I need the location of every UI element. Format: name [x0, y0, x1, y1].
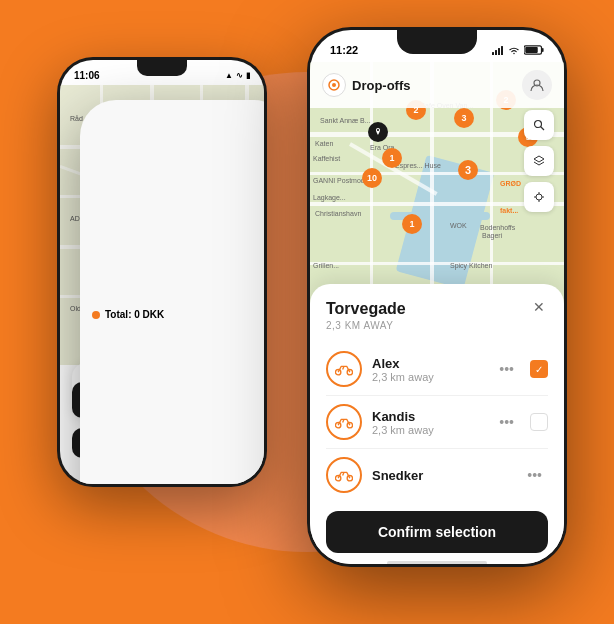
list-item-alex: Alex 2,3 km away ••• ✓: [326, 343, 548, 396]
bottom-panel: ✕ Torvegade 2,3 KM AWAY Alex: [310, 284, 564, 564]
confirm-label: Confirm selection: [378, 524, 496, 540]
status-dot: [92, 311, 100, 319]
map-text-6: Espres... Huse: [395, 162, 441, 169]
svg-point-14: [536, 194, 542, 200]
map-text-9: Christianshavn: [315, 210, 361, 217]
pin-3-big: 3: [458, 160, 478, 180]
pin-3-top: 3: [454, 108, 474, 128]
svg-line-13: [541, 127, 545, 131]
layers-icon: [533, 155, 545, 167]
close-button[interactable]: ✕: [528, 296, 550, 318]
map-text-3: Katen: [315, 140, 333, 147]
svg-point-22: [347, 422, 352, 427]
front-home-indicator: [326, 561, 548, 564]
layers-control[interactable]: [524, 146, 554, 176]
bike-svg-snedker: [335, 468, 353, 482]
map-label-1: Råd: [70, 115, 83, 122]
bike-avatar-snedker: [326, 457, 362, 493]
map-text-5: Kaffehist: [313, 155, 340, 162]
user-icon: [530, 78, 544, 92]
list-item-snedker: Snedker •••: [326, 449, 548, 501]
map-text-13: Grillen...: [313, 262, 339, 269]
svg-point-20: [347, 369, 352, 374]
map-text-1: Sankt Annæ B...: [320, 117, 371, 124]
kandis-more-button[interactable]: •••: [493, 412, 520, 432]
bike-svg-kandis: [335, 415, 353, 429]
signal-icon: [492, 45, 504, 55]
total-label: Total: 0 DKK: [105, 309, 164, 320]
svg-point-19: [335, 369, 340, 374]
snedker-name: Snedker: [372, 468, 511, 483]
svg-point-10: [332, 83, 336, 87]
alex-checkbox[interactable]: ✓: [530, 360, 548, 378]
location-control[interactable]: [524, 182, 554, 212]
confirm-selection-button[interactable]: Confirm selection: [326, 511, 548, 553]
dropoff-icon: [322, 73, 346, 97]
back-wifi: ∿: [236, 71, 243, 80]
panel-distance-subtitle: 2,3 KM AWAY: [326, 320, 548, 331]
battery-icon: [524, 45, 544, 55]
svg-point-23: [335, 475, 340, 480]
back-time: 11:06: [74, 70, 100, 81]
map-controls: [524, 110, 554, 212]
bike-avatar-alex: [326, 351, 362, 387]
pin-1-mid: 1: [382, 148, 402, 168]
svg-rect-2: [492, 52, 494, 55]
list-item-kandis: Kandis 2,3 km away •••: [326, 396, 548, 449]
back-total-bar: Total: 0 DKK: [80, 100, 264, 484]
snedker-more-button[interactable]: •••: [521, 465, 548, 485]
panel-location-title: Torvegade: [326, 300, 548, 318]
svg-rect-5: [501, 46, 503, 55]
dropoff-label-row: Drop-offs: [322, 73, 411, 97]
map-text-10: WOK: [450, 222, 467, 229]
wifi-icon: [508, 46, 520, 55]
bike-avatar-kandis: [326, 404, 362, 440]
map-text-fakt: fakt...: [500, 207, 518, 214]
dropoff-title: Drop-offs: [352, 78, 411, 93]
pin-10: 10: [362, 168, 382, 188]
phones-container: 11:06 ▲ ∿ ▮ Total: 0 DKK: [37, 17, 577, 607]
map-text-11: Bodenhoffs: [480, 224, 515, 231]
front-status-bar: 11:22: [310, 30, 564, 62]
kandis-name: Kandis: [372, 409, 483, 424]
alex-more-button[interactable]: •••: [493, 359, 520, 379]
svg-rect-7: [542, 48, 544, 52]
svg-rect-3: [495, 50, 497, 55]
kandis-distance: 2,3 km away: [372, 424, 483, 436]
location-icon: [533, 191, 545, 203]
phone-front: 11:22: [307, 27, 567, 567]
dark-pin-1: [368, 122, 388, 142]
phone-back: 11:06 ▲ ∿ ▮ Total: 0 DKK: [57, 57, 267, 487]
avatar-button[interactable]: [522, 70, 552, 100]
kandis-checkbox[interactable]: [530, 413, 548, 431]
svg-point-12: [535, 121, 542, 128]
search-control[interactable]: [524, 110, 554, 140]
back-status-bar: 11:06 ▲ ∿ ▮: [60, 60, 264, 85]
map-text-grød: GRØD: [500, 180, 521, 187]
alex-distance: 2,3 km away: [372, 371, 483, 383]
pin-1-bottom: 1: [402, 214, 422, 234]
svg-rect-4: [498, 48, 500, 55]
map-header: Drop-offs: [310, 62, 564, 108]
svg-point-21: [335, 422, 340, 427]
map-text-8: Lagkage...: [313, 194, 346, 201]
svg-point-24: [347, 475, 352, 480]
front-time: 11:22: [330, 44, 358, 56]
alex-name: Alex: [372, 356, 483, 371]
back-battery: ▮: [246, 71, 250, 80]
map-text-14: Spicy Kitchen: [450, 262, 492, 269]
svg-rect-8: [525, 47, 538, 53]
back-signal: ▲: [225, 71, 233, 80]
bike-svg-alex: [335, 362, 353, 376]
map-text-12: Bageri: [482, 232, 502, 239]
